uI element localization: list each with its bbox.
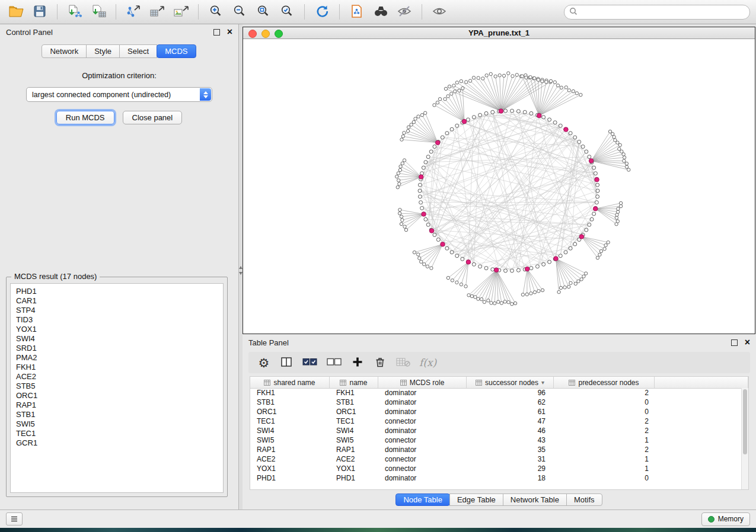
toolbar-button-share-network-document[interactable] [347, 3, 367, 21]
tab-motifs[interactable]: Motifs [566, 493, 602, 506]
scrollbar-thumb[interactable] [743, 389, 747, 454]
tab-network[interactable]: Network [42, 44, 87, 58]
mcds-result-item[interactable]: TEC1 [16, 429, 218, 438]
open-session-icon [8, 4, 24, 20]
table-toolbar-new-row[interactable] [350, 355, 365, 370]
mcds-result-item[interactable]: ACE2 [16, 372, 218, 382]
table-cell: ORC1 [330, 408, 378, 416]
network-canvas[interactable] [243, 39, 755, 333]
tab-node-table[interactable]: Node Table [395, 493, 450, 506]
table-toolbar-function-builder[interactable]: f(x) [419, 355, 436, 370]
table-toolbar-delete-table[interactable] [395, 355, 411, 370]
table-row[interactable]: SWI4SWI4dominator462 [250, 426, 742, 435]
toolbar-button-save-session[interactable] [30, 3, 50, 21]
toolbar-button-show-hide-graphic-details[interactable] [394, 3, 414, 21]
table-row[interactable]: ORC1ORC1dominator610 [250, 407, 742, 416]
table-cell: 1 [554, 455, 655, 463]
mcds-result-item[interactable]: FKH1 [16, 363, 218, 372]
mcds-result-item[interactable]: STP4 [16, 306, 218, 315]
table-row[interactable]: STB1STB1dominator620 [250, 398, 742, 407]
show-columns-icon [280, 356, 293, 370]
mcds-result-item[interactable]: SRD1 [16, 344, 218, 353]
close-panel-button[interactable]: Close panel [123, 111, 183, 124]
column-header-predecessor-nodes[interactable]: predecessor nodes [554, 377, 655, 388]
column-header-MCDS-role[interactable]: MCDS role [378, 377, 467, 388]
tab-mcds[interactable]: MCDS [157, 44, 196, 58]
mcds-result-item[interactable]: STB1 [16, 410, 218, 419]
mcds-result-item[interactable]: PMA2 [16, 353, 218, 363]
memory-button[interactable]: Memory [701, 512, 750, 526]
mcds-result-item[interactable]: RAP1 [16, 400, 218, 410]
close-panel-icon[interactable]: × [227, 27, 232, 37]
table-toolbar-select-all[interactable] [302, 355, 318, 370]
table-cell: 18 [467, 474, 554, 482]
dropdown-stepper-icon[interactable] [200, 88, 211, 101]
table-cell: 0 [554, 474, 655, 482]
table-panel-tabs: Node TableEdge TableNetwork TableMotifs [243, 493, 756, 506]
mcds-result-item[interactable]: STB5 [16, 382, 218, 391]
window-close-icon[interactable] [248, 30, 257, 38]
column-header-successor-nodes[interactable]: successor nodes▾ [467, 377, 554, 388]
mcds-result-item[interactable]: ORC1 [16, 391, 218, 400]
toolbar-button-export-image[interactable] [171, 3, 191, 21]
table-row[interactable]: FKH1FKH1dominator962 [250, 388, 742, 398]
run-mcds-button[interactable]: Run MCDS [56, 111, 114, 124]
mcds-result-item[interactable]: SWI5 [16, 419, 218, 429]
table-toolbar-unselect-all[interactable] [326, 355, 342, 370]
toolbar-button-zoom-selected[interactable] [277, 3, 297, 21]
window-minimize-icon[interactable] [261, 30, 270, 38]
search-input[interactable] [580, 7, 745, 17]
table-toolbar-column-gear[interactable]: ⚙ [257, 355, 271, 370]
toolbar-button-apply-layout[interactable] [312, 3, 332, 21]
table-cell: 46 [467, 427, 554, 435]
panel-menu-button[interactable] [6, 512, 23, 525]
toolbar-button-search-network[interactable] [371, 3, 391, 21]
table-row[interactable]: ACE2ACE2connector311 [250, 454, 742, 464]
toolbar-button-show-hide-annotations[interactable] [429, 3, 449, 21]
float-table-panel-icon[interactable] [731, 339, 738, 346]
window-zoom-icon[interactable] [275, 30, 283, 38]
mcds-result-item[interactable]: CAR1 [16, 296, 218, 306]
mcds-result-item[interactable]: GCR1 [16, 438, 218, 448]
toolbar-button-zoom-in[interactable] [206, 3, 226, 21]
mcds-result-item[interactable]: SWI4 [16, 334, 218, 344]
toolbar-separator [57, 4, 58, 20]
unselect-all-icon [326, 356, 342, 370]
network-window-titlebar[interactable]: YPA_prune.txt_1 [243, 27, 755, 39]
toolbar-button-export-table[interactable] [147, 3, 167, 21]
toolbar-button-export-network[interactable] [123, 3, 143, 21]
toolbar-button-zoom-fit[interactable] [253, 3, 273, 21]
tab-style[interactable]: Style [86, 44, 120, 58]
toolbar-button-import-network-from-file[interactable] [65, 3, 85, 21]
table-row[interactable]: PHD1PHD1dominator180 [250, 473, 742, 483]
toolbar-button-zoom-out[interactable] [229, 3, 250, 21]
table-row[interactable]: RAP1RAP1dominator352 [250, 445, 742, 454]
mcds-result-item[interactable]: YOX1 [16, 325, 218, 334]
search-box[interactable] [564, 5, 750, 20]
optimization-criterion-select[interactable]: largest connected component (undirected) [26, 87, 212, 102]
float-panel-icon[interactable] [213, 29, 220, 36]
table-row[interactable]: SWI5SWI5connector431 [250, 435, 742, 445]
table-row[interactable]: TEC1TEC1connector472 [250, 416, 742, 426]
network-view-window[interactable]: YPA_prune.txt_1 [243, 27, 755, 334]
mcds-result-list[interactable]: PHD1CAR1STP4TID3YOX1SWI4SRD1PMA2FKH1ACE2… [10, 283, 224, 493]
tab-select[interactable]: Select [119, 44, 157, 58]
tab-edge-table[interactable]: Edge Table [449, 493, 503, 506]
toolbar-button-import-table-from-file[interactable] [88, 3, 109, 21]
table-scrollbar[interactable] [741, 388, 748, 489]
column-label: name [349, 379, 367, 387]
table-body: FKH1FKH1dominator962STB1STB1dominator620… [250, 388, 742, 489]
table-cell: STB1 [330, 398, 378, 406]
mcds-result-item[interactable]: PHD1 [16, 287, 218, 296]
table-cell: 61 [467, 408, 554, 416]
table-toolbar-delete-row[interactable] [373, 355, 387, 370]
close-table-panel-icon[interactable]: × [745, 338, 750, 347]
column-attribute-icon [400, 380, 407, 386]
table-toolbar-show-columns[interactable] [279, 355, 294, 370]
tab-network-table[interactable]: Network Table [503, 493, 567, 506]
mcds-result-item[interactable]: TID3 [16, 315, 218, 325]
column-header-shared-name[interactable]: shared name [250, 377, 330, 388]
table-row[interactable]: YOX1YOX1connector291 [250, 464, 742, 473]
column-header-name[interactable]: name [330, 377, 378, 388]
toolbar-button-open-session[interactable] [6, 3, 26, 21]
